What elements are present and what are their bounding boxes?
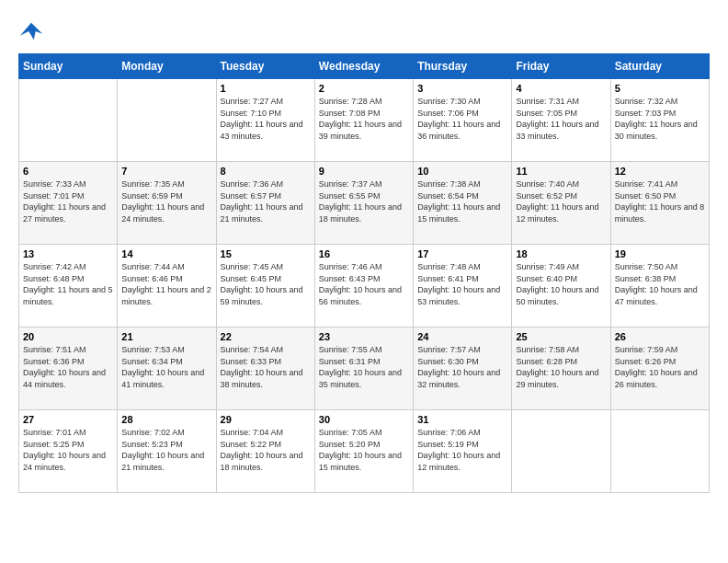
day-number: 7 bbox=[121, 166, 211, 177]
weekday-header: Saturday bbox=[610, 54, 709, 79]
calendar-week-row: 27Sunrise: 7:01 AM Sunset: 5:25 PM Dayli… bbox=[19, 410, 710, 493]
svg-marker-0 bbox=[20, 23, 42, 40]
day-info: Sunrise: 7:37 AM Sunset: 6:55 PM Dayligh… bbox=[319, 178, 409, 224]
day-info: Sunrise: 7:54 AM Sunset: 6:33 PM Dayligh… bbox=[221, 344, 311, 390]
day-info: Sunrise: 7:50 AM Sunset: 6:38 PM Dayligh… bbox=[615, 261, 705, 307]
day-number: 26 bbox=[615, 331, 705, 342]
day-number: 13 bbox=[23, 248, 113, 259]
day-number: 17 bbox=[417, 248, 507, 259]
day-info: Sunrise: 7:01 AM Sunset: 5:25 PM Dayligh… bbox=[23, 427, 113, 473]
calendar-cell: 29Sunrise: 7:04 AM Sunset: 5:22 PM Dayli… bbox=[216, 410, 314, 493]
day-number: 20 bbox=[23, 331, 113, 342]
calendar-header: SundayMondayTuesdayWednesdayThursdayFrid… bbox=[19, 54, 710, 79]
calendar-cell: 31Sunrise: 7:06 AM Sunset: 5:19 PM Dayli… bbox=[414, 410, 512, 493]
day-number: 19 bbox=[615, 248, 705, 259]
day-number: 31 bbox=[417, 414, 507, 425]
day-info: Sunrise: 7:55 AM Sunset: 6:31 PM Dayligh… bbox=[319, 344, 409, 390]
calendar-cell: 7Sunrise: 7:35 AM Sunset: 6:59 PM Daylig… bbox=[118, 162, 216, 245]
day-info: Sunrise: 7:30 AM Sunset: 7:06 PM Dayligh… bbox=[417, 96, 507, 142]
day-number: 23 bbox=[319, 331, 409, 342]
calendar-cell: 28Sunrise: 7:02 AM Sunset: 5:23 PM Dayli… bbox=[118, 410, 216, 493]
calendar-cell: 3Sunrise: 7:30 AM Sunset: 7:06 PM Daylig… bbox=[414, 79, 512, 162]
day-info: Sunrise: 7:42 AM Sunset: 6:48 PM Dayligh… bbox=[23, 261, 113, 307]
day-number: 12 bbox=[615, 166, 705, 177]
calendar-week-row: 20Sunrise: 7:51 AM Sunset: 6:36 PM Dayli… bbox=[19, 327, 710, 410]
day-number: 22 bbox=[221, 331, 311, 342]
page-header bbox=[18, 18, 710, 44]
day-number: 1 bbox=[221, 83, 311, 94]
weekday-header: Sunday bbox=[19, 54, 118, 79]
calendar-cell: 30Sunrise: 7:05 AM Sunset: 5:20 PM Dayli… bbox=[314, 410, 413, 493]
day-info: Sunrise: 7:04 AM Sunset: 5:22 PM Dayligh… bbox=[221, 427, 311, 473]
calendar-cell: 10Sunrise: 7:38 AM Sunset: 6:54 PM Dayli… bbox=[414, 162, 512, 245]
calendar-cell: 8Sunrise: 7:36 AM Sunset: 6:57 PM Daylig… bbox=[216, 162, 314, 245]
weekday-header: Wednesday bbox=[314, 54, 413, 79]
day-number: 16 bbox=[319, 248, 409, 259]
calendar-cell: 19Sunrise: 7:50 AM Sunset: 6:38 PM Dayli… bbox=[610, 245, 709, 327]
day-info: Sunrise: 7:45 AM Sunset: 6:45 PM Dayligh… bbox=[221, 261, 311, 307]
day-number: 14 bbox=[121, 248, 211, 259]
weekday-row: SundayMondayTuesdayWednesdayThursdayFrid… bbox=[19, 54, 710, 79]
calendar-week-row: 1Sunrise: 7:27 AM Sunset: 7:10 PM Daylig… bbox=[19, 79, 710, 162]
calendar-cell bbox=[610, 410, 709, 493]
day-info: Sunrise: 7:06 AM Sunset: 5:19 PM Dayligh… bbox=[417, 427, 507, 473]
day-info: Sunrise: 7:28 AM Sunset: 7:08 PM Dayligh… bbox=[319, 96, 409, 142]
day-info: Sunrise: 7:49 AM Sunset: 6:40 PM Dayligh… bbox=[516, 261, 606, 307]
day-number: 15 bbox=[221, 248, 311, 259]
calendar-cell bbox=[19, 79, 118, 162]
day-number: 4 bbox=[516, 83, 606, 94]
day-info: Sunrise: 7:51 AM Sunset: 6:36 PM Dayligh… bbox=[23, 344, 113, 390]
calendar-cell: 16Sunrise: 7:46 AM Sunset: 6:43 PM Dayli… bbox=[314, 245, 413, 327]
logo bbox=[18, 18, 48, 44]
calendar-cell: 4Sunrise: 7:31 AM Sunset: 7:05 PM Daylig… bbox=[512, 79, 610, 162]
day-number: 6 bbox=[23, 166, 113, 177]
day-number: 8 bbox=[221, 166, 311, 177]
day-number: 25 bbox=[516, 331, 606, 342]
day-info: Sunrise: 7:40 AM Sunset: 6:52 PM Dayligh… bbox=[516, 178, 606, 224]
calendar-cell: 2Sunrise: 7:28 AM Sunset: 7:08 PM Daylig… bbox=[314, 79, 413, 162]
calendar-cell: 5Sunrise: 7:32 AM Sunset: 7:03 PM Daylig… bbox=[610, 79, 709, 162]
calendar-cell: 27Sunrise: 7:01 AM Sunset: 5:25 PM Dayli… bbox=[19, 410, 118, 493]
calendar-week-row: 6Sunrise: 7:33 AM Sunset: 7:01 PM Daylig… bbox=[19, 162, 710, 245]
calendar-cell: 15Sunrise: 7:45 AM Sunset: 6:45 PM Dayli… bbox=[216, 245, 314, 327]
calendar-cell: 12Sunrise: 7:41 AM Sunset: 6:50 PM Dayli… bbox=[610, 162, 709, 245]
day-info: Sunrise: 7:36 AM Sunset: 6:57 PM Dayligh… bbox=[221, 178, 311, 224]
calendar-cell: 22Sunrise: 7:54 AM Sunset: 6:33 PM Dayli… bbox=[216, 327, 314, 410]
calendar-cell: 1Sunrise: 7:27 AM Sunset: 7:10 PM Daylig… bbox=[216, 79, 314, 162]
calendar-cell: 25Sunrise: 7:58 AM Sunset: 6:28 PM Dayli… bbox=[512, 327, 610, 410]
calendar-cell: 14Sunrise: 7:44 AM Sunset: 6:46 PM Dayli… bbox=[118, 245, 216, 327]
calendar-cell bbox=[512, 410, 610, 493]
day-info: Sunrise: 7:48 AM Sunset: 6:41 PM Dayligh… bbox=[417, 261, 507, 307]
calendar-cell: 17Sunrise: 7:48 AM Sunset: 6:41 PM Dayli… bbox=[414, 245, 512, 327]
day-info: Sunrise: 7:05 AM Sunset: 5:20 PM Dayligh… bbox=[319, 427, 409, 473]
calendar-cell: 21Sunrise: 7:53 AM Sunset: 6:34 PM Dayli… bbox=[118, 327, 216, 410]
day-number: 28 bbox=[121, 414, 211, 425]
calendar-cell: 24Sunrise: 7:57 AM Sunset: 6:30 PM Dayli… bbox=[414, 327, 512, 410]
day-number: 18 bbox=[516, 248, 606, 259]
day-info: Sunrise: 7:46 AM Sunset: 6:43 PM Dayligh… bbox=[319, 261, 409, 307]
day-number: 9 bbox=[319, 166, 409, 177]
weekday-header: Tuesday bbox=[216, 54, 314, 79]
day-number: 21 bbox=[121, 331, 211, 342]
day-number: 3 bbox=[417, 83, 507, 94]
calendar-cell: 23Sunrise: 7:55 AM Sunset: 6:31 PM Dayli… bbox=[314, 327, 413, 410]
calendar-week-row: 13Sunrise: 7:42 AM Sunset: 6:48 PM Dayli… bbox=[19, 245, 710, 327]
day-number: 11 bbox=[516, 166, 606, 177]
calendar-body: 1Sunrise: 7:27 AM Sunset: 7:10 PM Daylig… bbox=[19, 79, 710, 493]
day-number: 5 bbox=[615, 83, 705, 94]
calendar-cell bbox=[118, 79, 216, 162]
day-info: Sunrise: 7:27 AM Sunset: 7:10 PM Dayligh… bbox=[221, 96, 311, 142]
day-info: Sunrise: 7:57 AM Sunset: 6:30 PM Dayligh… bbox=[417, 344, 507, 390]
weekday-header: Thursday bbox=[414, 54, 512, 79]
calendar-cell: 18Sunrise: 7:49 AM Sunset: 6:40 PM Dayli… bbox=[512, 245, 610, 327]
logo-icon bbox=[18, 18, 44, 44]
day-number: 10 bbox=[417, 166, 507, 177]
day-info: Sunrise: 7:38 AM Sunset: 6:54 PM Dayligh… bbox=[417, 178, 507, 224]
day-number: 29 bbox=[221, 414, 311, 425]
calendar-cell: 6Sunrise: 7:33 AM Sunset: 7:01 PM Daylig… bbox=[19, 162, 118, 245]
weekday-header: Friday bbox=[512, 54, 610, 79]
calendar-table: SundayMondayTuesdayWednesdayThursdayFrid… bbox=[18, 53, 710, 493]
day-number: 24 bbox=[417, 331, 507, 342]
calendar-cell: 11Sunrise: 7:40 AM Sunset: 6:52 PM Dayli… bbox=[512, 162, 610, 245]
weekday-header: Monday bbox=[118, 54, 216, 79]
